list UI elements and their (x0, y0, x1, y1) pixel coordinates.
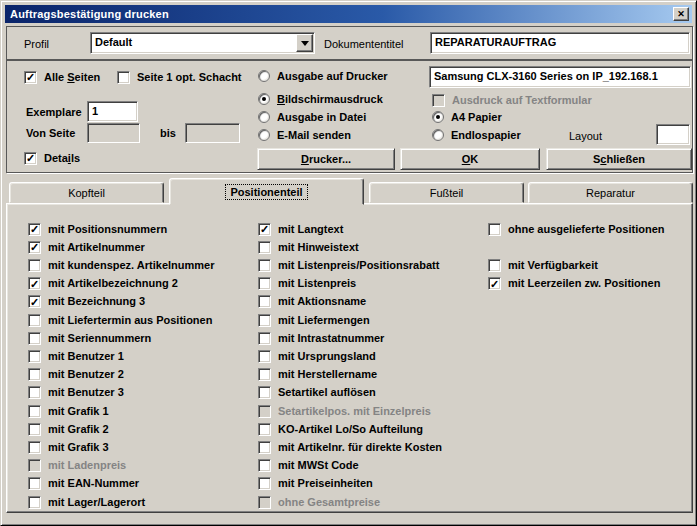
checkbox-details[interactable]: ✓ Details (24, 151, 80, 165)
checkbox-row[interactable]: mit Herstellername (258, 368, 377, 382)
checkbox-row[interactable]: mit Benutzer 3 (28, 386, 124, 400)
radio-button[interactable] (258, 93, 270, 105)
checkbox-row[interactable]: ✓mit Leerzeilen zw. Positionen (488, 277, 660, 291)
checkbox[interactable]: ✓ (258, 223, 271, 236)
checkbox-row[interactable]: mit Grafik 3 (28, 440, 109, 454)
checkbox-row[interactable]: ohne ausgelieferte Positionen (488, 222, 664, 236)
checkbox[interactable] (28, 496, 41, 509)
checkbox[interactable] (258, 350, 271, 363)
checkbox[interactable] (258, 259, 271, 272)
checkbox[interactable] (258, 314, 271, 327)
checkbox[interactable] (28, 259, 41, 272)
checkbox[interactable] (28, 350, 41, 363)
checkbox-row[interactable]: mit Preiseinheiten (258, 477, 373, 491)
checkbox-row[interactable]: ✓mit Artikelbezeichnung 2 (28, 277, 178, 291)
checkbox-row[interactable]: mit Aktionsname (258, 295, 366, 309)
checkbox-row[interactable]: mit Grafik 1 (28, 404, 109, 418)
checkbox[interactable] (117, 71, 130, 84)
checkbox[interactable]: ✓ (24, 71, 37, 84)
radio-bildschirmausdruck[interactable]: Bildschirmausdruck (258, 92, 383, 106)
checkbox[interactable]: ✓ (28, 295, 41, 308)
profil-combobox-dropdown-button[interactable] (296, 34, 313, 52)
radio-button[interactable] (432, 129, 444, 141)
tab-fußteil[interactable]: Fußteil (369, 182, 524, 203)
checkbox[interactable]: ✓ (24, 152, 37, 165)
checkbox-row[interactable]: mit Intrastatnummer (258, 331, 384, 345)
checkbox[interactable]: ✓ (28, 223, 41, 236)
profil-combobox-value[interactable]: Default (90, 32, 315, 54)
checkbox-row[interactable]: mit Benutzer 1 (28, 349, 124, 363)
drucker-button[interactable]: Drucker... (257, 148, 395, 170)
checkbox-row[interactable]: mit Lager/Lagerort (28, 495, 145, 509)
exemplare-input[interactable]: 1 (87, 101, 138, 122)
checkbox-row[interactable]: mit kundenspez. Artikelnummer (28, 258, 214, 272)
checkbox[interactable] (488, 223, 501, 236)
checkbox[interactable]: ✓ (488, 277, 501, 290)
checkbox[interactable]: ✓ (28, 241, 41, 254)
profil-combobox[interactable]: Default (90, 32, 315, 54)
checkbox-row[interactable]: mit MWSt Code (258, 459, 359, 473)
checkbox-row[interactable]: mit Verfügbarkeit (488, 258, 598, 272)
checkbox[interactable] (488, 259, 501, 272)
checkbox-alle-seiten[interactable]: ✓ Alle Seiten (24, 70, 100, 84)
checkbox[interactable] (258, 241, 271, 254)
checkbox[interactable] (258, 423, 271, 436)
checkbox[interactable] (258, 459, 271, 472)
checkbox-row[interactable]: mit Liefermengen (258, 313, 370, 327)
printer-field[interactable]: Samsung CLX-3160 Series on IP_192.168.1 (429, 66, 691, 88)
radio-button[interactable] (258, 111, 270, 123)
radio-ausgabe-auf-drucker[interactable]: Ausgabe auf Drucker (258, 69, 388, 83)
checkbox[interactable] (28, 405, 41, 418)
checkbox[interactable] (258, 277, 271, 290)
checkbox-label: Seite 1 opt. Schacht (137, 71, 242, 84)
layout-input[interactable] (656, 124, 690, 145)
checkbox[interactable] (258, 477, 271, 490)
radio-button[interactable] (258, 70, 270, 82)
checkbox-row[interactable]: mit Ursprungsland (258, 349, 376, 363)
checkbox-row[interactable]: mit EAN-Nummer (28, 477, 139, 491)
checkbox-row[interactable]: mit Artikelnr. für direkte Kosten (258, 440, 442, 454)
checkbox[interactable] (28, 477, 41, 490)
checkbox-row[interactable]: mit Seriennummern (28, 331, 151, 345)
checkbox-row[interactable]: mit Benutzer 2 (28, 368, 124, 382)
checkbox[interactable] (258, 386, 271, 399)
checkbox-row[interactable]: KO-Artikel Lo/So Aufteilung (258, 422, 423, 436)
checkbox[interactable] (258, 368, 271, 381)
checkbox-row[interactable]: ✓mit Positionsnummern (28, 222, 167, 236)
checkbox-row[interactable]: mit Liefertermin aus Positionen (28, 313, 212, 327)
radio-email-senden[interactable]: E-Mail senden (258, 128, 351, 142)
checkbox-row[interactable]: Setartikel auflösen (258, 386, 376, 400)
tab-reparatur[interactable]: Reparatur (528, 182, 693, 203)
radio-ausgabe-in-datei[interactable]: Ausgabe in Datei (258, 110, 366, 124)
checkbox-row[interactable]: ✓mit Langtext (258, 222, 343, 236)
checkbox[interactable] (258, 441, 271, 454)
radio-endlospapier[interactable]: Endlospapier (432, 128, 521, 142)
tab-positionenteil[interactable]: Positionenteil (169, 178, 364, 205)
radio-button[interactable] (258, 129, 270, 141)
tab-kopfteil[interactable]: Kopfteil (9, 182, 164, 203)
checkbox-row[interactable]: mit Listenpreis (258, 277, 356, 291)
checkbox[interactable] (28, 423, 41, 436)
checkbox[interactable] (28, 332, 41, 345)
checkbox-row[interactable]: mit Hinweistext (258, 240, 359, 254)
checkbox[interactable] (28, 386, 41, 399)
checkbox[interactable] (258, 332, 271, 345)
schliessen-button[interactable]: Schließen (546, 148, 692, 170)
checkbox-row[interactable]: mit Listenpreis/Positionsrabatt (258, 258, 439, 272)
checkbox[interactable] (258, 295, 271, 308)
dokumententitel-input[interactable]: REPARATURAUFTRAG (430, 32, 690, 54)
ok-button[interactable]: OK (400, 148, 540, 170)
checkbox-row[interactable]: ✓mit Bezeichnung 3 (28, 295, 145, 309)
checkbox[interactable] (28, 441, 41, 454)
checkbox[interactable] (28, 368, 41, 381)
radio-a4-papier[interactable]: A4 Papier (432, 110, 502, 124)
close-button[interactable]: ✕ (673, 7, 689, 21)
checkbox[interactable]: ✓ (28, 277, 41, 290)
radio-button[interactable] (432, 111, 444, 123)
checkbox-seite1-opt-schacht[interactable]: Seite 1 opt. Schacht (117, 70, 242, 84)
checkbox-label: mit MWSt Code (278, 459, 359, 472)
checkbox-row[interactable]: mit Grafik 2 (28, 422, 109, 436)
checkbox[interactable] (28, 314, 41, 327)
checkbox-label: mit Ursprungsland (278, 350, 376, 363)
checkbox-row[interactable]: ✓mit Artikelnummer (28, 240, 145, 254)
